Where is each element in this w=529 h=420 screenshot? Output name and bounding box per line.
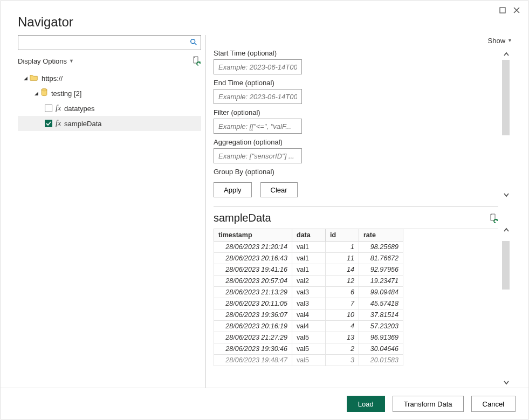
- scroll-column: [500, 49, 512, 388]
- field-label: Aggregation (optional): [214, 138, 498, 146]
- field-label: Group By (optional): [214, 168, 498, 176]
- cell-timestamp: 28/06/2023 20:16:19: [214, 321, 292, 332]
- col-id[interactable]: id: [326, 229, 359, 242]
- col-data[interactable]: data: [292, 229, 326, 242]
- scroll-up-icon[interactable]: [501, 49, 512, 60]
- scroll-track-table[interactable]: [501, 236, 511, 377]
- show-label: Show: [488, 37, 506, 45]
- start-time-input[interactable]: [214, 59, 302, 74]
- cell-timestamp: 28/06/2023 19:48:47: [214, 355, 292, 366]
- field-label: End Time (optional): [214, 79, 498, 87]
- table-row[interactable]: 28/06/2023 20:16:43val11181.76672: [214, 253, 403, 264]
- scroll-track-top[interactable]: [501, 60, 511, 189]
- navigator-dialog: Navigator Display Options ▼: [0, 0, 529, 420]
- cell-id: 7: [326, 298, 359, 309]
- tree-item-datatypes[interactable]: fx datatypes: [18, 101, 201, 116]
- show-dropdown[interactable]: Show ▼: [488, 37, 512, 45]
- apply-button[interactable]: Apply: [214, 182, 252, 197]
- cell-rate: 98.25689: [359, 242, 403, 253]
- cell-data: val4: [292, 321, 326, 332]
- scroll-thumb[interactable]: [502, 241, 510, 290]
- function-icon: fx: [56, 104, 61, 113]
- field-filter: Filter (optional): [214, 108, 498, 134]
- table-row[interactable]: 28/06/2023 20:57:04val21219.23471: [214, 276, 403, 287]
- table-row[interactable]: 28/06/2023 21:20:14val1198.25689: [214, 242, 403, 253]
- field-end-time: End Time (optional): [214, 79, 498, 104]
- parameter-buttons: Apply Clear: [214, 182, 498, 197]
- close-icon[interactable]: [512, 6, 521, 15]
- function-icon: fx: [56, 119, 61, 128]
- maximize-icon[interactable]: [498, 6, 507, 15]
- search-box[interactable]: [18, 35, 201, 50]
- table-header-row: timestamp data id rate: [214, 229, 403, 242]
- table-body: 28/06/2023 21:20:14val1198.2568928/06/20…: [214, 242, 403, 366]
- scroll-down-icon[interactable]: [501, 377, 512, 388]
- cell-rate: 30.04646: [359, 343, 403, 355]
- preview-header: sampleData: [214, 212, 498, 224]
- cancel-button[interactable]: Cancel: [471, 396, 516, 412]
- options-header: Show ▼: [214, 35, 512, 46]
- right-pane: Show ▼ Start Time (optional) End Time (o…: [214, 35, 512, 388]
- scroll-down-icon[interactable]: [501, 189, 512, 200]
- svg-rect-0: [500, 8, 505, 13]
- cell-id: 10: [326, 309, 359, 321]
- end-time-input[interactable]: [214, 89, 302, 104]
- transform-data-button[interactable]: Transform Data: [393, 396, 464, 412]
- preview-table-wrap: timestamp data id rate 28/06/2023 21:20:…: [214, 229, 498, 366]
- cell-data: val1: [292, 242, 326, 253]
- table-row[interactable]: 28/06/2023 19:41:16val11492.97956: [214, 264, 403, 276]
- table-row[interactable]: 28/06/2023 20:16:19val4457.23203: [214, 321, 403, 332]
- field-aggregation: Aggregation (optional): [214, 138, 498, 163]
- clear-button[interactable]: Clear: [260, 182, 298, 197]
- scroll-up-icon[interactable]: [501, 225, 512, 236]
- cell-timestamp: 28/06/2023 21:27:29: [214, 332, 292, 343]
- parameter-fields: Start Time (optional) End Time (optional…: [214, 49, 498, 180]
- load-button[interactable]: Load: [347, 396, 385, 412]
- right-main: Start Time (optional) End Time (optional…: [214, 49, 498, 388]
- cell-id: 13: [326, 332, 359, 343]
- refresh-tree-icon[interactable]: [191, 56, 201, 66]
- tree-root-https[interactable]: ◢ https://: [18, 71, 201, 86]
- right-inner: Start Time (optional) End Time (optional…: [214, 49, 512, 388]
- cell-rate: 81.76672: [359, 253, 403, 264]
- cell-rate: 92.97956: [359, 264, 403, 276]
- checkbox[interactable]: [45, 105, 52, 112]
- cell-id: 4: [326, 321, 359, 332]
- cell-timestamp: 28/06/2023 19:41:16: [214, 264, 292, 276]
- table-row[interactable]: 28/06/2023 19:30:46val5230.04646: [214, 343, 403, 355]
- filter-input[interactable]: [214, 119, 302, 134]
- search-icon[interactable]: [190, 38, 197, 47]
- tree-item-sampledata[interactable]: fx sampleData: [18, 116, 201, 131]
- table-row[interactable]: 28/06/2023 21:27:29val51396.91369: [214, 332, 403, 343]
- aggregation-input[interactable]: [214, 148, 302, 163]
- left-pane: Display Options ▼ ◢: [18, 35, 201, 388]
- cell-data: val2: [292, 276, 326, 287]
- scroll-thumb[interactable]: [502, 60, 510, 135]
- tree-db-testing[interactable]: ◢ testing [2]: [18, 86, 201, 101]
- display-options-dropdown[interactable]: Display Options ▼: [18, 57, 74, 65]
- refresh-preview-icon[interactable]: [489, 214, 498, 223]
- folder-icon: [30, 73, 38, 84]
- col-timestamp[interactable]: timestamp: [214, 229, 292, 242]
- table-row[interactable]: 28/06/2023 21:13:29val3699.09484: [214, 287, 403, 298]
- cell-id: 12: [326, 276, 359, 287]
- tree-node-label: https://: [42, 74, 63, 82]
- cell-timestamp: 28/06/2023 20:16:43: [214, 253, 292, 264]
- titlebar: Navigator: [1, 1, 528, 30]
- cell-id: 1: [326, 242, 359, 253]
- table-row[interactable]: 28/06/2023 19:48:47val5320.01583: [214, 355, 403, 366]
- preview-table: timestamp data id rate 28/06/2023 21:20:…: [214, 229, 403, 366]
- collapse-icon[interactable]: ◢: [22, 75, 29, 81]
- preview-title: sampleData: [214, 212, 271, 224]
- cell-id: 11: [326, 253, 359, 264]
- checkbox-checked[interactable]: [45, 120, 52, 127]
- table-row[interactable]: 28/06/2023 19:36:07val41037.81514: [214, 309, 403, 321]
- table-row[interactable]: 28/06/2023 20:11:05val3745.57418: [214, 298, 403, 309]
- dialog-footer: Load Transform Data Cancel: [1, 388, 528, 419]
- field-group-by: Group By (optional): [214, 168, 498, 176]
- database-icon: [40, 88, 48, 99]
- col-rate[interactable]: rate: [359, 229, 403, 242]
- collapse-icon[interactable]: ◢: [33, 91, 39, 96]
- cell-data: val3: [292, 287, 326, 298]
- search-input[interactable]: [23, 38, 190, 47]
